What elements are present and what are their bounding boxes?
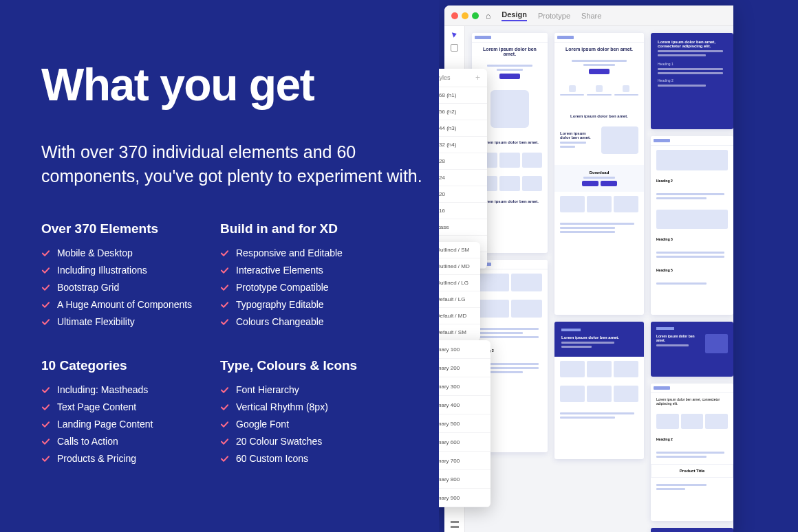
color-swatch-row[interactable]: Primary 200: [439, 359, 490, 377]
artboard-dark-masthead[interactable]: Lorem ipsum dolor ben amet, consectetur …: [651, 33, 733, 129]
button-style-row[interactable]: ——Button / Default / SM: [439, 324, 480, 341]
plus-icon[interactable]: +: [475, 73, 480, 82]
color-swatch-row[interactable]: Primary 400: [439, 396, 490, 414]
button-style-row[interactable]: ——Button / Outlined / SM: [439, 242, 480, 258]
close-icon[interactable]: [451, 12, 458, 19]
char-style-label: 24px / 32 (h4): [439, 142, 456, 148]
check-icon: [41, 300, 50, 309]
artboard-dark-2[interactable]: Lorem ipsum dolor ben amet.: [554, 322, 644, 459]
char-style-row[interactable]: Ag64px / 68 (h1): [439, 87, 487, 104]
char-style-row[interactable]: Ag24px / 32 (h4): [439, 137, 487, 153]
artboard-title: Lorem ipsum dolor ben amet.: [554, 43, 644, 56]
color-swatch-row[interactable]: Primary 600: [439, 433, 490, 452]
maximize-icon[interactable]: [472, 12, 479, 19]
feature-column-type: Type, Colours & Icons Font Hierarchy Ver…: [220, 358, 399, 470]
color-swatch-row[interactable]: Primary 100: [439, 340, 490, 359]
feature-label: Prototype Compatible: [236, 282, 329, 293]
artboard-lead-gen[interactable]: Lead Generator: [651, 528, 733, 532]
artboard-tool-icon[interactable]: [451, 44, 458, 52]
color-swatch-row[interactable]: Primary 300: [439, 377, 490, 396]
check-icon: [220, 420, 229, 429]
feature-item: Typography Editable: [220, 299, 399, 310]
heading-label: Heading 5: [651, 264, 733, 276]
check-icon: [41, 420, 50, 429]
feature-column-elements: Over 370 Elements Mobile & Desktop Inclu…: [41, 221, 213, 333]
check-icon: [220, 318, 229, 326]
char-style-label: 20px / 28: [439, 158, 445, 164]
artboard-light-2[interactable]: Lorem ipsum dolor ben amet. Lorem ipsum …: [554, 33, 644, 315]
check-icon: [220, 386, 229, 395]
cursor-icon[interactable]: [451, 31, 457, 38]
button-style-row[interactable]: ——Button / Default / MD: [439, 308, 480, 324]
marketing-copy: What you get With over 370 individual el…: [0, 0, 439, 532]
design-canvas[interactable]: Lorem ipsum dolor ben amet. Lorem ipsum …: [465, 26, 733, 532]
button-style-row[interactable]: ——Button / Outlined / MD: [439, 258, 480, 275]
check-icon: [220, 403, 229, 412]
heading-label: Heading 2: [651, 175, 733, 187]
home-icon[interactable]: ⌂: [486, 11, 490, 21]
check-icon: [220, 249, 229, 258]
char-style-row[interactable]: Ag10px / 20: [439, 186, 487, 203]
feature-label: Text Page Content: [57, 401, 136, 412]
feature-item: Vertical Rhythm (8px): [220, 401, 399, 412]
feature-item: Products & Pricing: [41, 453, 213, 464]
char-style-row[interactable]: AgUppercase: [439, 219, 487, 236]
feature-label: Google Font: [236, 419, 289, 430]
char-style-row[interactable]: Ag32px / 44 (h3): [439, 120, 487, 137]
button-style-label: Button / Outlined / MD: [439, 263, 470, 269]
char-style-row[interactable]: Ag16px / 24: [439, 170, 487, 186]
feature-item: Mobile & Desktop: [41, 247, 213, 258]
tab-design[interactable]: Design: [502, 10, 527, 21]
artboard-dark-3[interactable]: Lorem ipsum dolor ben amet.: [651, 322, 733, 377]
column-heading: Build in and for XD: [220, 221, 399, 236]
char-style-row[interactable]: Ag12px / 16: [439, 203, 487, 219]
color-label: Primary 300: [439, 384, 460, 390]
color-swatch-row[interactable]: Primary 800: [439, 470, 490, 489]
feature-item: Calls to Action: [41, 436, 213, 447]
character-styles-panel[interactable]: Character Styles + Ag64px / 68 (h1)Ag48p…: [439, 69, 487, 269]
download-label: Download: [560, 170, 638, 175]
char-style-row[interactable]: Ag48px / 56 (h2): [439, 104, 487, 120]
artboard-light-blocks[interactable]: Heading 2 Heading 3 Heading 5: [651, 136, 733, 315]
color-swatch-row[interactable]: Primary 500: [439, 414, 490, 433]
color-label: Primary 600: [439, 439, 460, 445]
color-label: Primary 400: [439, 402, 460, 408]
feature-label: 60 Custom Icons: [236, 453, 308, 464]
check-icon: [41, 318, 50, 326]
check-icon: [41, 249, 50, 258]
feature-item: Colours Changeable: [220, 316, 399, 327]
color-swatches-panel[interactable]: Primary 100Primary 200Primary 300Primary…: [439, 340, 490, 507]
feature-label: Interactive Elements: [236, 265, 323, 276]
color-swatch-row[interactable]: Primary 700: [439, 452, 490, 470]
tab-prototype[interactable]: Prototype: [538, 12, 570, 20]
feature-item: Including Illustrations: [41, 265, 213, 276]
feature-label: Bootstrap Grid: [57, 282, 119, 293]
app-mockup: ⌂ Design Prototype Share Lorem ipsum dol…: [439, 0, 798, 532]
feature-label: Ultimate Flexibility: [57, 316, 135, 327]
char-style-label: 32px / 44 (h3): [439, 125, 456, 131]
color-swatch-row[interactable]: Primary 900: [439, 489, 490, 507]
feature-item: 60 Custom Icons: [220, 453, 399, 464]
feature-label: Calls to Action: [57, 436, 118, 447]
feature-label: Landing Page Content: [57, 419, 153, 430]
check-icon: [220, 283, 229, 292]
color-label: Primary 900: [439, 495, 460, 501]
char-style-label: 64px / 68 (h1): [439, 92, 456, 98]
feature-column-xd: Build in and for XD Responsive and Edita…: [220, 221, 399, 333]
column-heading: Type, Colours & Icons: [220, 358, 399, 373]
button-style-row[interactable]: ——Button / Outlined / LG: [439, 275, 480, 291]
feature-label: Responsive and Editable: [236, 247, 343, 258]
char-style-row[interactable]: Ag20px / 28: [439, 153, 487, 170]
product-title: Product Title: [651, 464, 733, 478]
tab-share[interactable]: Share: [581, 12, 601, 20]
minimize-icon[interactable]: [462, 12, 468, 19]
button-styles-panel[interactable]: ——Button / Outlined / SM——Button / Outli…: [439, 242, 480, 341]
button-style-row[interactable]: ——Button / Default / LG: [439, 291, 480, 308]
heading-label: Heading 2: [658, 78, 726, 82]
feature-item: Including: Mastheads: [41, 384, 213, 395]
char-style-label: 12px / 16: [439, 208, 445, 214]
check-icon: [41, 266, 50, 275]
feature-label: Colours Changeable: [236, 316, 324, 327]
artboard-product[interactable]: Lorem ipsum dolor ben amet, consectetur …: [651, 384, 733, 521]
layers-icon[interactable]: [451, 521, 459, 528]
